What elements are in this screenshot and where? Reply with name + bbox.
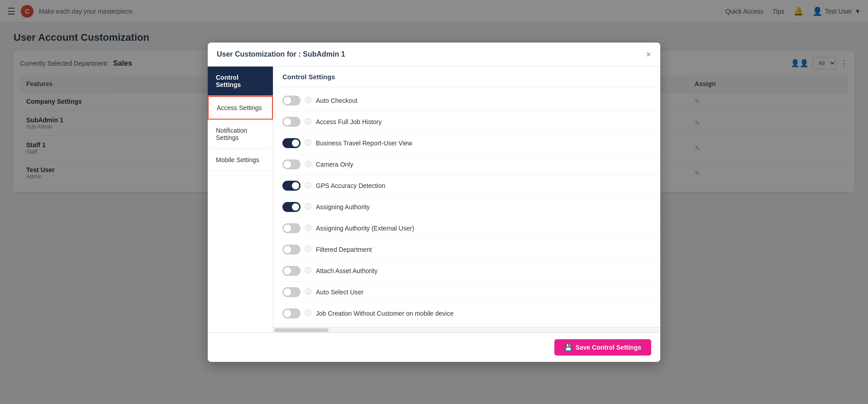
setting-row: ⓘ Assigning Authority [273,197,660,218]
setting-row: ⓘ Auto Checkout [273,90,660,111]
toggle-thumb [284,225,291,232]
scrollbar-thumb [274,328,329,332]
setting-label: Business Travel Report-User View [316,139,412,147]
toggle-switch[interactable] [282,245,300,255]
toggle-track [282,138,300,148]
setting-label: Assigning Authority [316,203,370,211]
toggle-switch[interactable] [282,308,300,318]
setting-row: ⓘ Business Travel Report-User View [273,133,660,154]
setting-row: ⓘ Attach Asset Authority [273,260,660,282]
setting-label: Camera Only [316,161,353,168]
setting-label: GPS Accuracy Detection [316,182,385,189]
toggle-thumb [284,267,291,274]
setting-label: Assigning Authority (External User) [316,225,414,232]
setting-label: Filtered Department [316,246,372,253]
toggle-thumb [284,289,291,296]
toggle-track [282,159,300,169]
setting-row: ⓘ Auto Select User [273,282,660,303]
save-button-label: Save Control Settings [576,344,641,351]
toggle-thumb [284,161,291,168]
toggle-thumb [284,310,291,317]
setting-row: ⓘ Camera Only [273,154,660,175]
toggle-switch[interactable] [282,138,300,148]
toggle-thumb [284,118,291,125]
save-control-settings-button[interactable]: 💾 Save Control Settings [554,339,651,356]
info-icon: ⓘ [305,118,311,126]
toggle-track [282,117,300,127]
toggle-switch[interactable] [282,266,300,276]
close-icon[interactable]: × [646,50,651,59]
info-icon: ⓘ [305,267,311,275]
modal-footer: 💾 Save Control Settings [208,332,660,362]
toggle-switch[interactable] [282,96,300,106]
setting-label: Job Creation Without Customer on mobile … [316,310,453,317]
toggle-track [282,202,300,212]
toggle-track [282,245,300,255]
info-icon: ⓘ [305,160,311,168]
info-icon: ⓘ [305,203,311,211]
setting-label: Access Full Job History [316,118,382,125]
info-icon: ⓘ [305,288,311,296]
info-icon: ⓘ [305,96,311,105]
toggle-track [282,223,300,233]
toggle-thumb [292,139,299,147]
setting-label: Attach Asset Authority [316,267,377,274]
sidebar-item-access[interactable]: Access Settings [208,96,273,120]
info-icon: ⓘ [305,224,311,232]
toggle-thumb [292,182,299,189]
toggle-switch[interactable] [282,117,300,127]
settings-list: ⓘ Auto Checkout ⓘ Access Full Job Histor… [273,87,660,327]
modal-dialog: User Customization for : SubAdmin 1 × Co… [208,43,660,362]
info-icon: ⓘ [305,139,311,147]
toggle-thumb [284,246,291,253]
setting-label: Auto Checkout [316,97,358,104]
toggle-switch[interactable] [282,202,300,212]
sidebar-item-notification[interactable]: Notification Settings [208,120,273,149]
toggle-thumb [292,203,299,211]
toggle-track [282,287,300,297]
setting-label: Auto Select User [316,289,363,296]
toggle-track [282,308,300,318]
toggle-switch[interactable] [282,159,300,169]
modal-content-panel: Control Settings ⓘ Auto Checkout ⓘ Acces… [273,67,660,332]
toggle-track [282,181,300,191]
toggle-switch[interactable] [282,181,300,191]
setting-row: ⓘ Assigning Authority (External User) [273,218,660,239]
info-icon: ⓘ [305,309,311,317]
save-icon: 💾 [564,344,572,351]
modal-title: User Customization for : SubAdmin 1 [217,50,345,58]
sidebar-item-mobile[interactable]: Mobile Settings [208,149,273,171]
modal-header: User Customization for : SubAdmin 1 × [208,43,660,67]
toggle-thumb [284,97,291,104]
setting-row: ⓘ Job Creation Without Customer on mobil… [273,303,660,324]
modal-body: Control Settings Access Settings Notific… [208,67,660,332]
modal-overlay: User Customization for : SubAdmin 1 × Co… [0,0,868,404]
modal-sidebar: Control Settings Access Settings Notific… [208,67,273,332]
info-icon: ⓘ [305,182,311,190]
toggle-track [282,96,300,106]
setting-row: ⓘ GPS Accuracy Detection [273,175,660,197]
setting-row: ⓘ Filtered Department [273,239,660,260]
sidebar-item-control[interactable]: Control Settings [208,67,273,96]
setting-row: ⓘ Access Full Job History [273,111,660,133]
horizontal-scrollbar[interactable] [273,327,660,332]
toggle-track [282,266,300,276]
info-icon: ⓘ [305,245,311,254]
content-header: Control Settings [273,67,660,87]
toggle-switch[interactable] [282,223,300,233]
toggle-switch[interactable] [282,287,300,297]
